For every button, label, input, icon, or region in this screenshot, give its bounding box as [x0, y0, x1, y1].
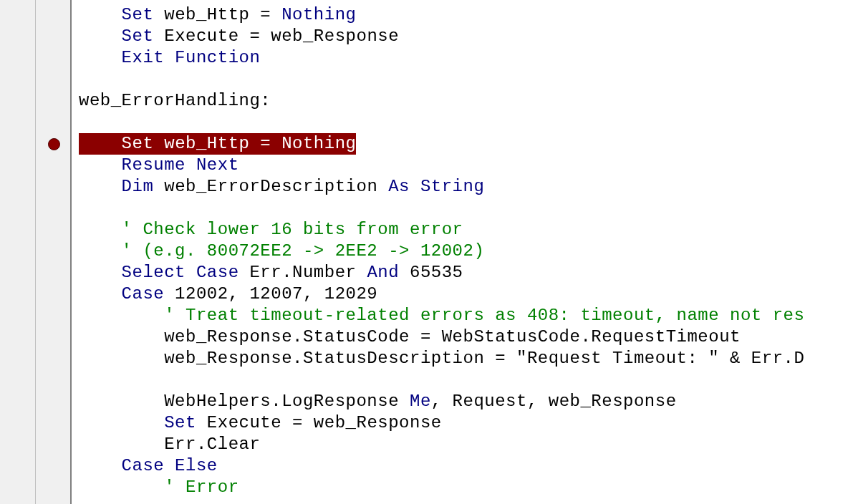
code-line[interactable] [79, 69, 858, 90]
code-area[interactable]: Set web_Http = Nothing Set Execute = web… [72, 0, 858, 504]
code-line[interactable]: ' Error [79, 477, 858, 498]
code-line[interactable]: Set web_Http = Nothing [79, 4, 858, 26]
code-editor: Set web_Http = Nothing Set Execute = web… [0, 0, 858, 504]
code-line[interactable]: Dim web_ErrorDescription As String [79, 176, 858, 198]
code-line[interactable]: Resume Next [79, 155, 858, 176]
code-line[interactable] [79, 198, 858, 219]
code-line[interactable]: Err.Clear [79, 434, 858, 455]
code-line[interactable]: web_Response.StatusCode = WebStatusCode.… [79, 326, 858, 348]
code-line[interactable]: Set Execute = web_Response [79, 412, 858, 434]
code-line[interactable]: Set Execute = web_Response [79, 26, 858, 47]
code-line[interactable]: web_Response.StatusDescription = "Reques… [79, 348, 858, 369]
code-line[interactable]: ' (e.g. 80072EE2 -> 2EE2 -> 12002) [79, 241, 858, 262]
code-line[interactable]: ' Check lower 16 bits from error [79, 219, 858, 241]
code-line[interactable]: ' Treat timeout-related errors as 408: t… [79, 305, 858, 326]
breakpoint-marker[interactable] [48, 138, 60, 150]
code-line[interactable]: web_ErrorHandling: [79, 90, 858, 112]
breakpoint-gutter[interactable] [36, 0, 72, 504]
code-line[interactable]: Exit Function [79, 47, 858, 69]
code-line[interactable]: WebHelpers.LogResponse Me, Request, web_… [79, 391, 858, 412]
code-line[interactable] [79, 112, 858, 133]
code-line[interactable]: Case Else [79, 455, 858, 477]
code-line[interactable]: Select Case Err.Number And 65535 [79, 262, 858, 284]
code-line[interactable] [79, 369, 858, 391]
code-line[interactable]: Case 12002, 12007, 12029 [79, 284, 858, 305]
code-line-execution[interactable]: Set web_Http = Nothing [79, 133, 858, 155]
outer-gutter [0, 0, 36, 504]
